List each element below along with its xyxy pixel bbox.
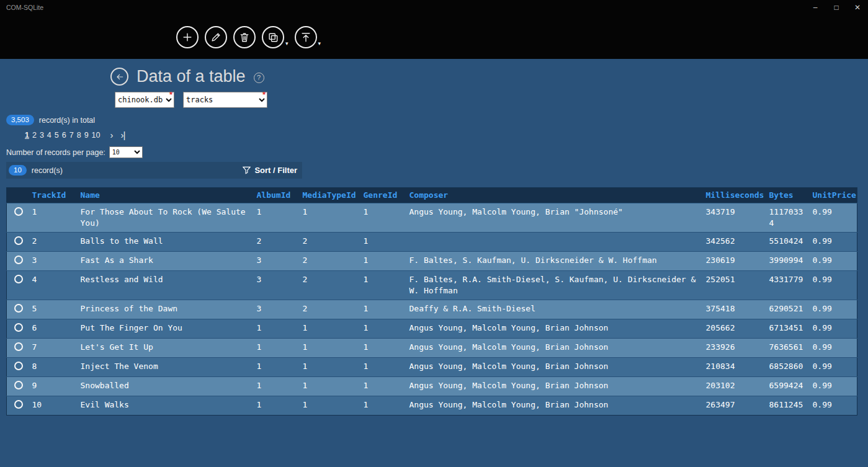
cell-unitprice: 0.99 [809,252,857,271]
column-header-composer[interactable]: Composer [406,188,702,203]
column-header-trackid[interactable]: TrackId [29,188,77,203]
column-header-milliseconds[interactable]: Milliseconds [702,188,766,203]
cell-albumid: 1 [253,203,299,233]
row-select-cell [7,252,29,271]
back-button[interactable] [110,68,128,86]
page-number-1[interactable]: 1 [25,131,29,140]
cell-albumid: 1 [253,396,299,416]
cell-name: Evil Walks [77,396,253,416]
table-row: 9Snowballed111Angus Young, Malcolm Young… [7,377,857,396]
cell-name: Balls to the Wall [77,233,253,252]
cell-genreid: 1 [360,319,406,339]
filter-funnel-icon [243,166,251,174]
minimize-button[interactable]: – [805,0,826,15]
table-header-row: TrackIdNameAlbumIdMediaTypeIdGenreIdComp… [7,188,857,203]
cell-bytes: 6599424 [766,377,809,396]
cell-bytes: 4331779 [766,271,809,300]
page-title: Data of a table [136,66,246,87]
cell-unitprice: 0.99 [809,271,857,300]
column-header-unitprice[interactable]: UnitPrice [809,188,857,203]
cell-bytes: 6713451 [766,319,809,339]
cell-mediatypeid: 2 [299,271,360,300]
cell-mediatypeid: 1 [299,358,360,377]
row-select-radio[interactable] [14,381,23,389]
toolbar: ▾ ▾ [0,15,868,59]
cell-composer: Angus Young, Malcolm Young, Brian "Johns… [406,203,702,233]
cell-name: Princess of the Dawn [77,300,253,319]
help-button[interactable]: ? [254,73,264,83]
cell-name: Fast As a Shark [77,252,253,271]
cell-mediatypeid: 2 [299,300,360,319]
database-select[interactable]: chinook.db [115,92,174,108]
row-select-radio[interactable] [14,323,23,332]
page-number-2[interactable]: 2 [32,131,37,140]
sort-filter-button[interactable]: Sort / Filter [243,166,297,175]
column-header-genreid[interactable]: GenreId [360,188,406,203]
row-select-radio[interactable] [14,400,23,409]
per-page-label: Number of records per page: [6,148,105,157]
last-page-icon[interactable]: ›| [120,131,125,139]
cell-unitprice: 0.99 [809,377,857,396]
cell-name: Restless and Wild [77,271,253,300]
cell-bytes: 7636561 [766,339,809,358]
cell-composer: F. Baltes, R.A. Smith-Diesel, S. Kaufman… [406,271,702,300]
cell-trackid: 8 [29,358,77,377]
close-button[interactable]: ✕ [847,0,868,15]
maximize-button[interactable]: □ [826,0,847,15]
column-header-albumid[interactable]: AlbumId [253,188,299,203]
row-select-radio[interactable] [14,304,23,313]
pagination: 12345678910 › ›| [25,130,868,140]
cell-milliseconds: 203102 [702,377,766,396]
cell-albumid: 1 [253,377,299,396]
table-select-wrap: tracks * [183,92,267,108]
row-select-radio[interactable] [14,207,23,216]
row-select-radio[interactable] [14,275,23,283]
page-number-7[interactable]: 7 [69,131,74,140]
add-record-group [176,26,199,48]
page-number-4[interactable]: 4 [47,131,51,140]
total-records-row: 3,503 record(s) in total [6,114,868,126]
per-page-select[interactable]: 10 [109,146,143,158]
export-record-button[interactable] [295,26,317,48]
edit-record-button[interactable] [205,26,227,48]
cell-name: For Those About To Rock (We Salute You) [77,203,253,233]
table-row: 1For Those About To Rock (We Salute You)… [7,203,857,233]
row-select-radio[interactable] [14,342,23,351]
column-header-name[interactable]: Name [77,188,253,203]
copy-record-button[interactable] [262,26,284,48]
chevron-down-icon[interactable]: ▾ [318,40,321,47]
row-select-radio[interactable] [14,256,23,264]
next-page-icon[interactable]: › [110,131,113,139]
column-header-mediatypeid[interactable]: MediaTypeId [299,188,360,203]
table-row: 6Put The Finger On You111Angus Young, Ma… [7,319,857,339]
row-select-cell [7,203,29,233]
page-number-8[interactable]: 8 [77,131,81,140]
cell-bytes: 11170334 [766,203,809,233]
pencil-icon [210,31,222,43]
delete-record-button[interactable] [233,26,256,48]
row-select-cell [7,358,29,377]
row-select-cell [7,377,29,396]
page-number-9[interactable]: 9 [84,131,89,140]
page-count-badge: 10 [9,165,27,176]
page-number-5[interactable]: 5 [55,131,59,140]
cell-composer: Angus Young, Malcolm Young, Brian Johnso… [406,339,702,358]
cell-milliseconds: 342562 [702,233,766,252]
add-record-button[interactable] [176,26,199,48]
page-number-6[interactable]: 6 [62,131,66,140]
cell-unitprice: 0.99 [809,233,857,252]
copy-record-group: ▾ [262,26,289,48]
trash-icon [238,31,251,43]
table-row: 4Restless and Wild321F. Baltes, R.A. Smi… [7,271,857,300]
table-row: 8Inject The Venom111Angus Young, Malcolm… [7,358,857,377]
cell-genreid: 1 [360,358,406,377]
page-number-10[interactable]: 10 [92,131,101,140]
page-number-3[interactable]: 3 [40,131,44,140]
cell-composer: Angus Young, Malcolm Young, Brian Johnso… [406,319,702,339]
row-select-radio[interactable] [14,362,23,370]
table-select[interactable]: tracks [183,92,267,108]
chevron-down-icon[interactable]: ▾ [285,40,289,47]
column-header-bytes[interactable]: Bytes [766,188,809,203]
total-count-badge: 3,503 [6,115,34,125]
row-select-radio[interactable] [14,236,23,245]
